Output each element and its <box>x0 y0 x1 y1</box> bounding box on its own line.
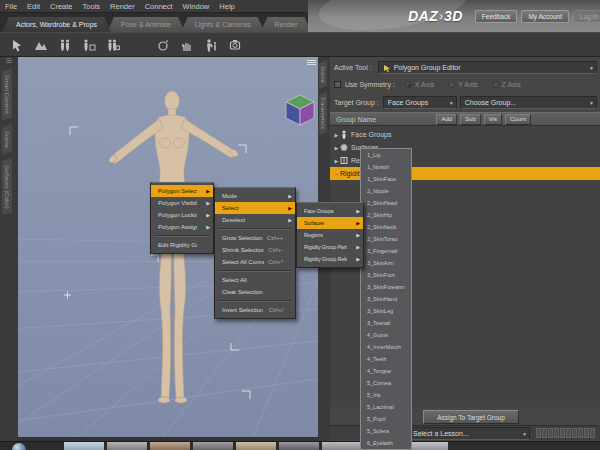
target-group-dropdown[interactable]: Face Groups ▼ <box>383 96 457 109</box>
left-dock-tab[interactable]: Scene <box>2 124 12 155</box>
group-option[interactable]: 4_Teeth <box>361 353 411 365</box>
header-button[interactable]: Count <box>505 114 531 125</box>
activity-tab[interactable]: Render <box>261 17 312 32</box>
menu-item[interactable]: Select All ▶ <box>215 274 295 286</box>
group-option[interactable]: 2_SkinHead <box>361 197 411 209</box>
select-lesson-dropdown[interactable]: Select a Lesson... ▼ <box>408 427 530 440</box>
content-thumbnail[interactable] <box>193 442 233 450</box>
figure-prop-icon[interactable] <box>80 36 98 54</box>
menubar-item[interactable]: Connect <box>140 1 178 12</box>
banner-button[interactable]: Feedback <box>475 10 518 23</box>
collapse-minus-icon[interactable]: − <box>333 171 340 177</box>
menu-item[interactable]: Polygon Assignment ▶ <box>151 221 213 233</box>
right-dock-tab[interactable]: Parameters <box>319 92 327 135</box>
activity-tab[interactable]: Actors, Wardrobe & Props <box>2 17 111 32</box>
terrain-icon[interactable] <box>32 36 50 54</box>
pane-menu-icon[interactable]: ☰ <box>0 57 18 65</box>
viewport-options-icon[interactable] <box>307 60 316 68</box>
group-option[interactable]: 3_SkinForearm <box>361 281 411 293</box>
menubar-item[interactable]: Window <box>178 1 215 12</box>
group-option[interactable]: 4_Gums <box>361 329 411 341</box>
activity-tab[interactable]: Lights & Cameras <box>181 17 265 32</box>
menubar-item[interactable]: Tools <box>78 1 106 12</box>
group-option[interactable]: 5_Cornea <box>361 377 411 389</box>
content-thumbnail[interactable] <box>107 442 147 450</box>
group-option[interactable]: 4_Tongue <box>361 365 411 377</box>
group-option[interactable]: 1_SkinFace <box>361 173 411 185</box>
axis-radio-option[interactable]: X Axis <box>405 81 434 88</box>
group-option[interactable]: 3_SkinArm <box>361 257 411 269</box>
menu-item[interactable]: Polygon Locking ▶ <box>151 209 213 221</box>
choose-group-dropdown[interactable]: Choose Group... ▼ <box>460 96 597 109</box>
assign-to-target-group-button[interactable]: Assign To Target Group <box>423 410 519 424</box>
group-option[interactable]: 5_Lacrimal <box>361 401 411 413</box>
figures-icon[interactable] <box>56 36 74 54</box>
content-thumbnail[interactable] <box>64 442 104 450</box>
expand-arrow-icon[interactable]: ▶ <box>333 132 340 138</box>
group-option[interactable]: 5_Iris <box>361 389 411 401</box>
content-thumbnail[interactable] <box>236 442 276 450</box>
content-thumbnail[interactable] <box>408 442 448 450</box>
menu-item[interactable]: Face Groups ▶ <box>297 205 363 217</box>
group-option[interactable]: 2_SkinTorso <box>361 233 411 245</box>
group-option[interactable]: 1_Lip <box>361 149 411 161</box>
menubar-item[interactable]: Render <box>105 1 140 12</box>
pose-figures-icon[interactable] <box>202 36 220 54</box>
group-option[interactable]: 4_InnerMouth <box>361 341 411 353</box>
menu-item[interactable]: Invert Selection Ctrl+/ ▶ <box>215 304 295 316</box>
menu-item[interactable]: Clear Selection ▶ <box>215 286 295 298</box>
render-camera-icon[interactable] <box>226 36 244 54</box>
content-thumbnail[interactable] <box>322 442 362 450</box>
expand-arrow-icon[interactable]: ▶ <box>333 145 340 151</box>
menu-item[interactable]: Rigidity Group References ▶ <box>297 253 363 265</box>
menu-item[interactable]: Deselect ▶ <box>215 214 295 226</box>
group-option[interactable]: 5_Sclera <box>361 425 411 437</box>
menu-item[interactable]: ▶ <box>218 228 292 230</box>
axis-radio-option[interactable]: Z Axis <box>492 81 521 88</box>
active-tool-dropdown[interactable]: Polygon Group Editor ▼ <box>378 61 597 74</box>
menu-item[interactable]: ▶ <box>154 235 210 237</box>
group-option[interactable]: 1_Nostril <box>361 161 411 173</box>
group-option[interactable]: 2_SkinNeck <box>361 221 411 233</box>
group-option[interactable]: 2_Nipple <box>361 185 411 197</box>
menu-item[interactable]: Grow Selection Ctrl++ ▶ <box>215 232 295 244</box>
group-option[interactable]: 3_SkinFoot <box>361 269 411 281</box>
menubar-item[interactable]: Help <box>214 1 239 12</box>
left-dock-tab[interactable]: Surfaces (Color) <box>2 158 12 216</box>
tree-row-face-groups[interactable]: ▶ Face Groups <box>330 128 600 141</box>
cursor-tool-icon[interactable] <box>8 36 26 54</box>
group-option[interactable]: 5_Pupil <box>361 413 411 425</box>
content-thumbnail[interactable] <box>150 442 190 450</box>
menu-item[interactable]: Polygon Visibility ▶ <box>151 197 213 209</box>
menu-item[interactable]: Regions ▶ <box>297 229 363 241</box>
header-button[interactable]: Vis <box>484 114 502 125</box>
left-dock-tab[interactable]: Smart Content <box>2 68 12 121</box>
figures-group-icon[interactable] <box>104 36 122 54</box>
expand-arrow-icon[interactable]: ▶ <box>333 158 340 164</box>
pan-hand-icon[interactable] <box>178 36 196 54</box>
menu-item[interactable]: Mode ▶ <box>215 190 295 202</box>
use-symmetry-checkbox[interactable] <box>334 81 341 88</box>
menu-item[interactable]: Shrink Selection Ctrl+- ▶ <box>215 244 295 256</box>
content-thumbnail[interactable] <box>279 442 319 450</box>
menubar-item[interactable]: Create <box>45 1 78 12</box>
menu-item[interactable]: Select ▶ <box>215 202 295 214</box>
header-button[interactable]: Add <box>436 114 457 125</box>
right-dock-tab[interactable]: Scene <box>319 60 327 89</box>
banner-button[interactable]: My Account <box>521 10 569 23</box>
menu-item[interactable]: Rigidity Group Participants ▶ <box>297 241 363 253</box>
group-option[interactable]: 3_Toenail <box>361 317 411 329</box>
menu-item[interactable]: Surfaces ▶ <box>297 217 363 229</box>
menubar-item[interactable]: File <box>0 1 22 12</box>
banner-button[interactable]: Log In <box>573 10 600 23</box>
axis-radio-option[interactable]: Y Axis <box>448 81 477 88</box>
menu-item[interactable]: ▶ <box>218 300 292 302</box>
group-option[interactable]: 6_Eyelash <box>361 437 411 449</box>
menu-item[interactable]: Edit Rigidity Groups... ▶ <box>151 239 213 251</box>
header-button[interactable]: Sub <box>460 114 481 125</box>
activity-tab[interactable]: Pose & Animate <box>107 17 185 32</box>
group-option[interactable]: 3_Fingernail <box>361 245 411 257</box>
group-option[interactable]: 3_SkinHand <box>361 293 411 305</box>
menu-item[interactable]: Select All Connected Ctrl+* ▶ <box>215 256 295 268</box>
menu-item[interactable]: Polygon Selection ▶ <box>151 185 213 197</box>
